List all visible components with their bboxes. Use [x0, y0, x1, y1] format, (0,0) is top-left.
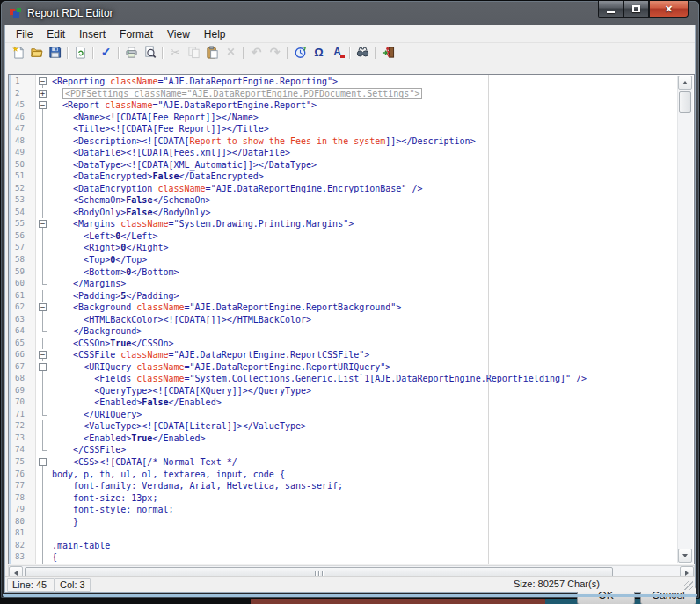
code-line[interactable]: 62− <Background className="AJE.DataRepor… — [9, 302, 694, 314]
print-icon[interactable] — [122, 45, 141, 61]
code-line[interactable]: 83{ — [9, 551, 694, 564]
exit-icon[interactable] — [379, 45, 397, 61]
menu-edit[interactable]: Edit — [40, 26, 72, 42]
resize-grip[interactable] — [684, 581, 693, 590]
fold-guide — [36, 469, 50, 481]
menu-insert[interactable]: Insert — [72, 26, 113, 42]
code-text: <Margins className="System.Drawing.Print… — [50, 218, 354, 230]
code-editor[interactable]: 1−<Reporting className="AJE.DataReportEn… — [8, 74, 695, 564]
code-line[interactable]: 65 <CSSOn>True</CSSOn> — [9, 338, 694, 350]
undo-icon: ↶ — [247, 45, 266, 61]
code-line[interactable]: 68 <Fields className="System.Collections… — [9, 373, 694, 385]
code-line[interactable]: 46 <Name><![CDATA[Fee Report]]></Name> — [9, 112, 694, 124]
code-line[interactable]: 47 <Title><![CDATA[Fee Report]]></Title> — [9, 123, 694, 135]
fold-collapse-icon[interactable]: − — [36, 456, 50, 469]
code-line[interactable]: 45− <Report className="AJE.DataReportEng… — [9, 99, 694, 112]
code-text: <Name><![CDATA[Fee Report]]></Name> — [50, 112, 259, 124]
code-line[interactable]: 72 <ValueType><![CDATA[Literal]]></Value… — [9, 420, 694, 433]
code-line[interactable]: 63 <HTMLBackColor><![CDATA[]]></HTMLBack… — [9, 314, 694, 326]
code-line[interactable]: 75− <CSS><![CDATA[/* Normal Text */ — [9, 456, 694, 469]
code-line[interactable]: 58 <Top>0</Top> — [9, 254, 694, 266]
menu-file[interactable]: File — [9, 26, 40, 42]
code-line[interactable]: 1−<Reporting className="AJE.DataReportEn… — [9, 76, 694, 88]
code-line[interactable]: 57 <Right>0</Right> — [9, 242, 694, 254]
line-number: 78 — [9, 492, 36, 505]
code-line[interactable]: 66− <CSSFile className="AJE.DataReportEn… — [9, 349, 694, 361]
close-button[interactable]: ✕ — [649, 1, 689, 18]
insert-symbol-icon[interactable]: Ω — [310, 45, 328, 61]
code-line[interactable]: 53 <SchemaOn>False</SchemaOn> — [9, 194, 694, 207]
code-line[interactable]: 51 <DataEncrypted>False</DataEncrypted> — [9, 171, 694, 183]
line-number: 73 — [9, 433, 36, 445]
line-number: 80 — [9, 516, 36, 528]
fold-guide — [36, 314, 50, 326]
code-line[interactable]: 73 <Enabled>True</Enabled> — [9, 433, 694, 445]
fold-guide — [36, 183, 50, 195]
code-line[interactable]: 77 font-family: Verdana, Arial, Helvetic… — [9, 480, 694, 492]
vertical-scroll-thumb[interactable] — [679, 91, 691, 113]
scroll-down-arrow[interactable] — [678, 549, 692, 563]
line-number: 69 — [9, 385, 36, 397]
validate-icon[interactable]: ✓ — [97, 45, 115, 61]
toolbar-separator — [67, 47, 69, 59]
code-line[interactable]: 54 <BodyOnly>False</BodyOnly> — [9, 207, 694, 219]
code-line[interactable]: 61 <Padding>5</Padding> — [9, 290, 694, 302]
fold-expand-icon[interactable]: + — [36, 88, 50, 100]
font-color-icon[interactable]: A — [328, 45, 346, 61]
menu-help[interactable]: Help — [197, 26, 233, 42]
code-line[interactable]: 59 <Bottom>0</Bottom> — [9, 266, 694, 279]
insert-datetime-icon[interactable] — [291, 45, 310, 61]
minimize-button[interactable] — [598, 1, 623, 18]
code-line[interactable]: 70 <Enabled>False</Enabled> — [9, 397, 694, 409]
menu-view[interactable]: View — [160, 26, 197, 42]
code-text: <SchemaOn>False</SchemaOn> — [50, 194, 211, 207]
code-line[interactable]: 2+ <PDFSettings className="AJE.DataRepor… — [9, 88, 694, 100]
code-text: <URIQuery className="AJE.DataReportEngin… — [50, 361, 390, 374]
open-file-icon[interactable] — [27, 45, 46, 61]
line-number: 83 — [9, 551, 36, 564]
save-icon[interactable] — [46, 45, 64, 61]
code-line[interactable]: 79 font-style: normal; — [9, 504, 694, 516]
fold-guide — [36, 230, 50, 243]
code-text: <ValueType><![CDATA[Literal]]></ValueTyp… — [50, 420, 306, 433]
code-line[interactable]: 74 </CSSFile> — [9, 444, 694, 456]
code-line[interactable]: 82.main-table — [9, 540, 694, 552]
code-line[interactable]: 52 <DataEncryption className="AJE.DataRe… — [9, 183, 694, 195]
fold-collapse-icon[interactable]: − — [36, 218, 50, 230]
code-line[interactable]: 50 <DataType><![CDATA[XML_Automatic]]></… — [9, 159, 694, 171]
line-number: 56 — [9, 230, 36, 243]
fold-collapse-icon[interactable]: − — [36, 349, 50, 361]
code-line[interactable]: 71 </URIQuery> — [9, 409, 694, 421]
code-line[interactable]: 76body, p, th, ul, ol, textarea, input, … — [9, 469, 694, 481]
find-icon[interactable] — [354, 45, 372, 61]
fold-collapse-icon[interactable]: − — [36, 361, 50, 374]
vertical-scrollbar[interactable] — [677, 76, 693, 563]
code-line[interactable]: 67− <URIQuery className="AJE.DataReportE… — [9, 361, 694, 374]
code-text: } — [50, 516, 78, 528]
maximize-button[interactable] — [623, 1, 649, 18]
fold-guide — [36, 194, 50, 207]
print-preview-icon[interactable] — [141, 45, 159, 61]
view-source-icon[interactable] — [71, 45, 90, 61]
code-line[interactable]: 80 } — [9, 516, 694, 528]
paste-icon[interactable] — [203, 45, 222, 61]
code-line[interactable]: 81 — [9, 528, 694, 540]
scroll-up-arrow[interactable] — [678, 76, 692, 90]
client-area: FileEditInsertFormatViewHelp ✓✂✕↶↷ΩA 1−<… — [4, 25, 696, 593]
status-line-indicator: Line: 45 — [7, 578, 55, 592]
code-line[interactable]: 78 font-size: 13px; — [9, 492, 694, 505]
code-line[interactable]: 69 <QueryType><![CDATA[XQuery]]></QueryT… — [9, 385, 694, 397]
code-line[interactable]: 60 </Margins> — [9, 278, 694, 290]
new-document-icon[interactable] — [9, 45, 27, 61]
code-line[interactable]: 56 <Left>0</Left> — [9, 230, 694, 243]
menu-format[interactable]: Format — [113, 26, 160, 42]
fold-guide — [36, 112, 50, 124]
fold-collapse-icon[interactable]: − — [36, 76, 50, 88]
code-line[interactable]: 64 </Background> — [9, 325, 694, 338]
code-line[interactable]: 55− <Margins className="System.Drawing.P… — [9, 218, 694, 230]
code-line[interactable]: 49 <DataFile><![CDATA[Fees.xml]]></DataF… — [9, 147, 694, 159]
fold-collapse-icon[interactable]: − — [36, 99, 50, 112]
title-bar[interactable]: Report RDL Editor ✕ — [1, 1, 699, 25]
fold-collapse-icon[interactable]: − — [36, 302, 50, 314]
code-line[interactable]: 48 <Description><![CDATA[Report to show … — [9, 135, 694, 148]
